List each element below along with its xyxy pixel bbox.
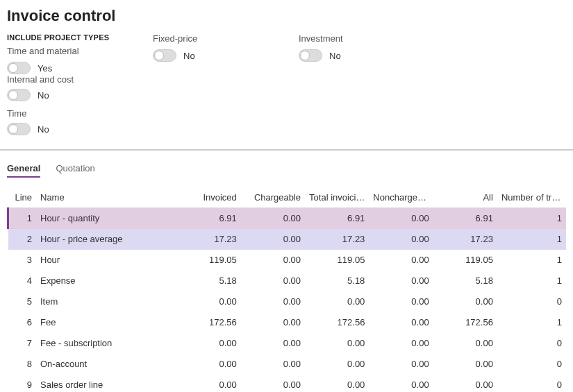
time-and-material-label: Time and material — [7, 46, 153, 56]
fixed-price-toggle[interactable] — [153, 49, 176, 62]
cell-invoiced: 17.23 — [177, 229, 241, 250]
cell-total-invoicing: 172.56 — [305, 312, 369, 333]
cell-name: Item — [36, 291, 177, 312]
cell-num-tra: 1 — [497, 250, 566, 271]
cell-name: Fee - subscription — [36, 333, 177, 354]
cell-invoiced: 119.05 — [177, 250, 241, 271]
time-toggle[interactable] — [7, 123, 31, 135]
cell-chargeable: 0.00 — [241, 208, 305, 229]
table-row[interactable]: 6Fee172.560.00172.560.00172.561 — [8, 312, 567, 333]
cell-invoiced: 5.18 — [177, 271, 241, 291]
cell-all: 172.56 — [433, 312, 497, 333]
table-row[interactable]: 5Item0.000.000.000.000.000 — [8, 291, 567, 312]
cell-nonchargeable: 0.00 — [369, 250, 433, 271]
cell-nonchargeable: 0.00 — [369, 271, 433, 291]
include-project-types-label: INCLUDE PROJECT TYPES — [7, 33, 153, 42]
cell-total-invoicing: 17.23 — [305, 229, 369, 250]
cell-line: 2 — [8, 229, 37, 250]
cell-all: 0.00 — [433, 291, 497, 312]
cell-total-invoicing: 0.00 — [305, 291, 369, 312]
cell-name: Sales order line — [36, 375, 177, 393]
table-row[interactable]: 9Sales order line0.000.000.000.000.000 — [8, 375, 567, 393]
tab-quotation[interactable]: Quotation — [56, 163, 94, 178]
cell-invoiced: 6.91 — [177, 208, 241, 229]
cell-chargeable: 0.00 — [241, 312, 305, 333]
internal-cost-label: Internal and cost — [7, 74, 132, 85]
cell-line: 6 — [8, 312, 37, 333]
col-all[interactable]: All — [433, 187, 497, 208]
cell-nonchargeable: 0.00 — [369, 333, 433, 354]
col-line[interactable]: Line — [8, 187, 37, 208]
tab-general[interactable]: General — [7, 163, 40, 178]
cell-name: Hour - price average — [36, 229, 177, 250]
section-divider — [0, 149, 573, 151]
cell-chargeable: 0.00 — [241, 250, 305, 271]
time-label: Time — [7, 108, 132, 119]
investment-toggle[interactable] — [299, 49, 322, 62]
cell-nonchargeable: 0.00 — [369, 354, 433, 375]
cell-total-invoicing: 5.18 — [305, 271, 369, 291]
cell-name: On-account — [36, 354, 177, 375]
table-row[interactable]: 2Hour - price average17.230.0017.230.001… — [8, 229, 567, 250]
cell-name: Expense — [36, 271, 177, 291]
table-header-row: Line Name Invoiced Chargeable Total invo… — [8, 187, 567, 208]
cell-all: 119.05 — [433, 250, 497, 271]
internal-cost-value: No — [38, 90, 49, 101]
internal-cost-toggle[interactable] — [7, 89, 31, 101]
cell-line: 3 — [8, 250, 37, 271]
cell-invoiced: 172.56 — [177, 312, 241, 333]
cell-nonchargeable: 0.00 — [369, 229, 433, 250]
cell-chargeable: 0.00 — [241, 333, 305, 354]
cell-invoiced: 0.00 — [177, 333, 241, 354]
cell-all: 0.00 — [433, 375, 497, 393]
cell-all: 6.91 — [433, 208, 497, 229]
cell-num-tra: 0 — [497, 375, 566, 393]
table-row[interactable]: 3Hour119.050.00119.050.00119.051 — [8, 250, 567, 271]
cell-line: 1 — [8, 208, 37, 229]
cell-line: 8 — [8, 354, 37, 375]
investment-value: No — [329, 51, 341, 61]
cell-name: Fee — [36, 312, 177, 333]
time-value: No — [38, 124, 49, 135]
cell-chargeable: 0.00 — [241, 271, 305, 291]
cell-line: 9 — [8, 375, 37, 393]
cell-total-invoicing: 0.00 — [305, 375, 369, 393]
cell-nonchargeable: 0.00 — [369, 312, 433, 333]
col-total-invoicing[interactable]: Total invoicing — [305, 187, 369, 208]
table-row[interactable]: 7Fee - subscription0.000.000.000.000.000 — [8, 333, 567, 354]
fixed-price-value: No — [183, 51, 195, 61]
cell-chargeable: 0.00 — [241, 354, 305, 375]
cell-all: 5.18 — [433, 271, 497, 291]
cell-num-tra: 0 — [497, 354, 566, 375]
fixed-price-label: Fixed-price — [153, 33, 299, 44]
cell-total-invoicing: 0.00 — [305, 354, 369, 375]
table-row[interactable]: 1Hour - quantity6.910.006.910.006.911 — [8, 208, 567, 229]
cell-total-invoicing: 6.91 — [305, 208, 369, 229]
cell-invoiced: 0.00 — [177, 291, 241, 312]
cell-nonchargeable: 0.00 — [369, 291, 433, 312]
invoice-table: Line Name Invoiced Chargeable Total invo… — [7, 187, 566, 392]
cell-all: 0.00 — [433, 333, 497, 354]
cell-name: Hour - quantity — [36, 208, 177, 229]
cell-chargeable: 0.00 — [241, 229, 305, 250]
cell-num-tra: 0 — [497, 333, 566, 354]
col-invoiced[interactable]: Invoiced — [177, 187, 241, 208]
time-and-material-value: Yes — [38, 63, 52, 74]
cell-num-tra: 1 — [497, 208, 566, 229]
table-row[interactable]: 8On-account0.000.000.000.000.000 — [8, 354, 567, 375]
cell-line: 4 — [8, 271, 37, 291]
cell-num-tra: 1 — [497, 229, 566, 250]
cell-name: Hour — [36, 250, 177, 271]
cell-nonchargeable: 0.00 — [369, 375, 433, 393]
cell-total-invoicing: 119.05 — [305, 250, 369, 271]
cell-nonchargeable: 0.00 — [369, 208, 433, 229]
col-nonchargeable[interactable]: Nonchargeable — [369, 187, 433, 208]
col-chargeable[interactable]: Chargeable — [241, 187, 305, 208]
investment-label: Investment — [299, 33, 445, 44]
table-row[interactable]: 4Expense5.180.005.180.005.181 — [8, 271, 567, 291]
filters-row: INCLUDE PROJECT TYPES Time and material … — [7, 33, 566, 146]
col-num-tra[interactable]: Number of tra… — [497, 187, 566, 208]
time-and-material-toggle[interactable] — [7, 62, 31, 74]
cell-invoiced: 0.00 — [177, 354, 241, 375]
col-name[interactable]: Name — [36, 187, 177, 208]
